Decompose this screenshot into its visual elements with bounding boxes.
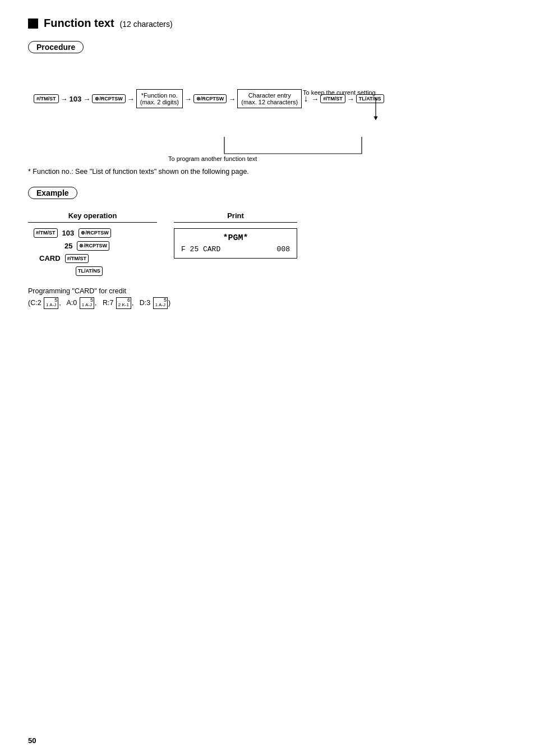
char-key-D-label: 1 A-J [155,303,165,308]
keyop-row-4: TL/AT/NS [76,266,157,276]
keyop-row-1: #/TM/ST 103 ⊗/RCPTSW [34,228,157,238]
char-key-A-label: 1 A-J [82,303,92,308]
keyop-row-3: CARD #/TM/ST [39,254,157,264]
print-value: 008 [277,245,290,253]
key-operation-column: Key operation #/TM/ST 103 ⊗/RCPTSW 25 ⊗/… [28,211,157,279]
key-tmst-ex1: #/TM/ST [34,228,58,238]
arrow-1: → [61,95,68,103]
footnote: * Function no.: See "List of function te… [28,168,507,176]
prog-note-line1: Programming "CARD" for credit [28,287,507,295]
note-keep-current: To keep the current setting [303,89,376,96]
key-tlat-ex: TL/AT/NS [76,266,103,276]
flow-main-row: #/TM/ST → 103 → ⊗/RCPTSW → *Function no.… [34,89,507,108]
char-key-A: 5 1 A-J [80,297,94,309]
char-entry-box: Character entry (max. 12 characters) [237,89,302,108]
print-label: F 25 CARD [181,245,220,253]
print-pgm: *PGM* [181,233,290,243]
flow-diagram: To keep the current setting #/TM/ST → 10… [28,89,507,162]
example-section: Example Key operation #/TM/ST 103 ⊗/RCPT… [28,187,507,309]
key-rcptsw-1: ⊗/RCPTSW [92,94,126,104]
char-key-D-num: 5 [164,298,167,303]
arrow-2: → [83,95,90,103]
char-key-D: 5 1 A-J [153,297,168,309]
func-label-2: (max. 2 digits) [140,99,179,105]
page-subtitle: (12 characters) [120,20,173,29]
print-header: Print [174,211,297,223]
val-25: 25 [64,242,72,250]
keyop-row-2: 25 ⊗/RCPTSW [64,241,157,251]
print-box: *PGM* F 25 CARD 008 [174,228,297,259]
example-label: Example [28,187,77,199]
arrow-3: → [127,95,135,103]
char-key-R: 6 2 K-1 [116,297,131,309]
keyop-header: Key operation [28,211,157,223]
char-key-C: 5 1 A-J [44,297,58,309]
char-key-C-num: 5 [54,298,57,303]
char-key-R-label: 2 K-1 [118,303,129,308]
char-key-C-label: 1 A-J [46,303,56,308]
prog-note: Programming "CARD" for credit (C:2 5 1 A… [28,287,507,309]
header-square-icon [28,19,38,29]
page-header: Function text (12 characters) [28,17,507,30]
key-tmst-1: #/TM/ST [34,94,59,104]
note-program-another: To program another function text [168,155,257,162]
func-label-1: *Function no. [140,92,179,99]
val-103: 103 [62,229,75,237]
procedure-section: Procedure To keep the current setting #/… [28,41,507,162]
key-rcptsw-ex2: ⊗/RCPTSW [77,241,109,251]
example-columns: Key operation #/TM/ST 103 ⊗/RCPTSW 25 ⊗/… [28,211,507,279]
procedure-label: Procedure [28,41,84,53]
key-rcptsw-ex1: ⊗/RCPTSW [79,228,111,238]
char-label-1: Character entry [241,92,298,99]
arrow-5: → [228,95,236,103]
char-key-R-num: 6 [127,298,130,303]
step-103: 103 [70,95,82,103]
key-tmst-ex2: #/TM/ST [65,254,89,264]
arrow-4: → [185,95,192,103]
char-label-2: (max. 12 characters) [241,99,298,105]
page-number: 50 [28,736,36,745]
page-title: Function text [44,17,114,30]
val-card: CARD [39,254,61,262]
key-rcptsw-2: ⊗/RCPTSW [193,94,227,104]
print-column: Print *PGM* F 25 CARD 008 [174,211,297,279]
prog-note-line2: (C:2 5 1 A-J , A:0 5 1 A-J , R:7 6 2 K-1… [28,297,507,309]
func-no-box: *Function no. (max. 2 digits) [136,89,183,108]
char-key-A-num: 5 [90,298,93,303]
print-line-1: F 25 CARD 008 [181,245,290,253]
